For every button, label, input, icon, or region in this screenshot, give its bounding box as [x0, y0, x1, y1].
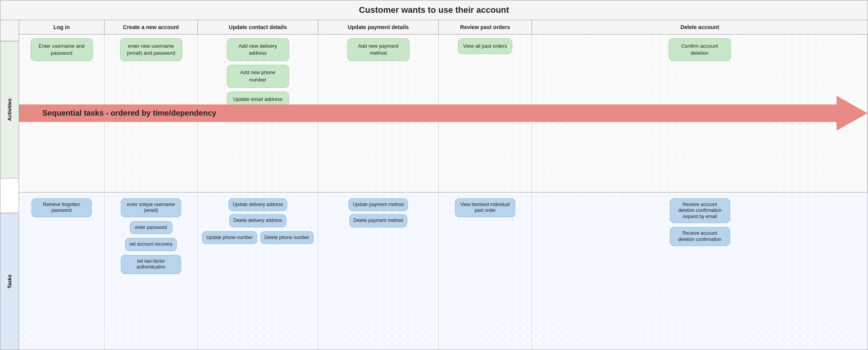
tasks-cell-contact: Update delivery address Delete delivery …	[198, 192, 318, 350]
task-card: set two-factor authentication	[121, 255, 181, 274]
tasks-cell-login: Retrieve forgotten password	[19, 192, 105, 350]
arrow-label	[0, 178, 19, 213]
task-card: enter password	[130, 221, 173, 234]
task-card: Receive account deletion confirmation	[670, 227, 730, 246]
col-header-delete: Delete account	[532, 20, 868, 34]
col-header-create: Create a new account	[105, 20, 198, 34]
label-spacer	[0, 20, 19, 41]
activities-cell-review: View all past orders	[439, 35, 532, 192]
activity-card: enter new username (email) and password	[120, 38, 182, 61]
activities-cell-payment: Add new payment method	[318, 35, 439, 192]
tasks-payment-row1: Update payment method Delete payment met…	[321, 198, 435, 227]
tasks-cell-delete: Receive account deletion confirmation re…	[532, 192, 868, 350]
column-headers: Log in Create a new account Update conta…	[19, 20, 868, 35]
main-container: Customer wants to use their account Acti…	[0, 0, 868, 350]
task-card: Delete phone number	[260, 231, 314, 244]
task-card: Retrieve forgotten password	[31, 198, 92, 217]
col-header-review: Review past orders	[439, 20, 532, 34]
tasks-cell-review: View itemised individual past order	[439, 192, 532, 350]
task-card: Delete payment method	[349, 214, 407, 227]
task-card: Update payment method	[349, 198, 408, 211]
tasks-contact-row1: Update delivery address Delete delivery …	[201, 198, 315, 227]
activities-cell-contact: Add new delivery address Add new phone n…	[198, 35, 318, 192]
activity-card: Confirm account deletion	[669, 38, 731, 61]
col-header-contact: Update contact details	[198, 20, 318, 34]
activities-cell-delete: Confirm account deletion	[532, 35, 868, 192]
activity-card: Update email address (username)	[227, 92, 289, 114]
page-title: Customer wants to use their account	[0, 0, 868, 20]
row-labels: Activities Tasks	[0, 20, 19, 350]
col-header-payment: Update payment details	[318, 20, 439, 34]
task-card: Update phone number	[202, 231, 257, 244]
activities-cell-login: Enter username and password	[19, 35, 105, 192]
activities-label: Activities	[0, 41, 19, 178]
activities-row: Enter username and password enter new us…	[19, 35, 868, 192]
activities-cell-create: enter new username (email) and password	[105, 35, 198, 192]
arrow-indicator	[255, 116, 261, 120]
task-card: enter unique username (email)	[121, 198, 181, 217]
tasks-cell-payment: Update payment method Delete payment met…	[318, 192, 439, 350]
task-card: Update delivery address	[228, 198, 287, 211]
task-card: Delete delivery address	[229, 214, 286, 227]
tasks-contact-row2: Update phone number Delete phone number	[202, 231, 314, 244]
activity-card: Add new phone number	[227, 65, 289, 87]
task-card: Receive account deletion confirmation re…	[670, 198, 730, 224]
task-card: set account recovery	[125, 238, 177, 251]
activity-card: View all past orders	[458, 38, 512, 54]
tasks-cell-create: enter unique username (email) enter pass…	[105, 192, 198, 350]
task-card: View itemised individual past order	[455, 198, 515, 217]
activity-card: Add new payment method	[347, 38, 410, 61]
activity-card: Enter username and password	[31, 38, 93, 61]
activity-card: Add new delivery address	[227, 38, 289, 61]
col-header-login: Log in	[19, 20, 105, 34]
tasks-label: Tasks	[0, 213, 19, 350]
grid: Log in Create a new account Update conta…	[19, 20, 868, 350]
tasks-row: Retrieve forgotten password enter unique…	[19, 192, 868, 350]
